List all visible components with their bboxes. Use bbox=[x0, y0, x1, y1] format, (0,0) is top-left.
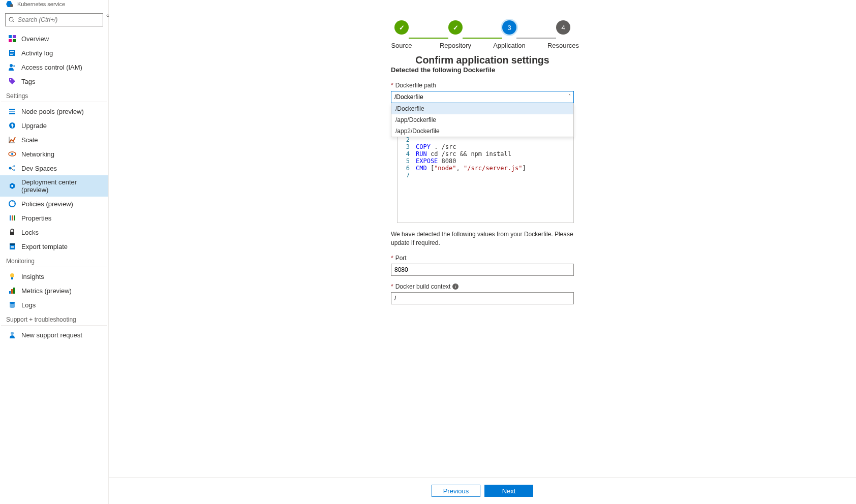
dockerfile-path-input[interactable] bbox=[391, 91, 574, 103]
svg-rect-38 bbox=[9, 291, 11, 294]
dropdown-option[interactable]: /Dockerfile bbox=[391, 103, 573, 114]
line-number: 5 bbox=[398, 158, 416, 165]
step-application[interactable]: 3Application bbox=[483, 20, 536, 49]
sidebar-item-metrics[interactable]: Metrics (preview) bbox=[0, 284, 108, 298]
dockerfile-path-combo[interactable]: ˄ /Dockerfile/app/Dockerfile/app2/Docker… bbox=[391, 91, 574, 103]
step-label: Resources bbox=[547, 42, 579, 49]
step-source[interactable]: Source bbox=[375, 20, 428, 49]
sidebar-item-overview[interactable]: Overview bbox=[0, 32, 108, 46]
step-connector bbox=[463, 38, 502, 39]
code-text: COPY . /src bbox=[416, 143, 456, 150]
sidebar-item-access-control[interactable]: Access control (IAM) bbox=[0, 60, 108, 74]
build-context-label: * Docker build context i bbox=[391, 283, 574, 290]
svg-rect-28 bbox=[10, 215, 11, 220]
sidebar-item-label: Export template bbox=[21, 243, 68, 250]
svg-point-13 bbox=[13, 65, 15, 67]
sidebar-item-export-template[interactable]: Export template bbox=[0, 239, 108, 254]
networking-icon bbox=[8, 150, 16, 158]
svg-rect-34 bbox=[11, 246, 14, 247]
nav-group-header: Monitoring bbox=[1, 254, 107, 267]
policies-icon bbox=[8, 200, 16, 208]
code-line: 7 bbox=[398, 172, 573, 179]
line-number: 4 bbox=[398, 150, 416, 158]
node-pools-icon bbox=[8, 107, 16, 115]
code-line: 4RUN cd /src && npm install bbox=[398, 150, 573, 158]
sidebar-item-scale[interactable]: Scale bbox=[0, 133, 108, 147]
sidebar-item-label: Scale bbox=[21, 136, 38, 144]
dockerfile-preview: 23COPY . /src4RUN cd /src && npm install… bbox=[397, 134, 574, 223]
sidebar-item-deployment-center[interactable]: Deployment center (preview) bbox=[0, 175, 108, 197]
previous-button[interactable]: Previous bbox=[432, 485, 480, 497]
export-template-icon bbox=[8, 242, 16, 250]
next-button[interactable]: Next bbox=[484, 485, 533, 497]
panel-title: Confirm application settings bbox=[415, 54, 549, 66]
sidebar-item-activity-log[interactable]: Activity log bbox=[0, 46, 108, 60]
logs-icon bbox=[8, 301, 16, 309]
sidebar-item-properties[interactable]: Properties bbox=[0, 211, 108, 225]
svg-line-3 bbox=[13, 21, 14, 22]
scale-icon bbox=[8, 136, 16, 144]
panel-subhead: Detected the following Dockerfile bbox=[391, 66, 574, 74]
step-label: Source bbox=[391, 42, 412, 49]
sidebar-item-label: Overview bbox=[21, 35, 49, 43]
port-input[interactable] bbox=[391, 264, 574, 276]
svg-rect-6 bbox=[9, 39, 12, 42]
required-marker: * bbox=[391, 82, 393, 89]
step-number: 4 bbox=[556, 20, 570, 35]
footer: Previous Next bbox=[109, 477, 856, 504]
dockerfile-path-label: * Dockerfile path bbox=[391, 82, 574, 89]
sidebar: « OverviewActivity logAccess control (IA… bbox=[0, 0, 109, 504]
info-icon[interactable]: i bbox=[452, 284, 458, 290]
svg-rect-29 bbox=[12, 215, 13, 220]
required-marker: * bbox=[391, 283, 393, 290]
sidebar-item-networking[interactable]: Networking bbox=[0, 147, 108, 161]
svg-rect-40 bbox=[13, 288, 15, 294]
sidebar-item-tags[interactable]: Tags bbox=[0, 74, 108, 88]
step-resources[interactable]: 4Resources bbox=[537, 20, 590, 49]
overview-icon bbox=[8, 35, 16, 43]
sidebar-item-label: Policies (preview) bbox=[21, 200, 73, 208]
sidebar-item-upgrade[interactable]: Upgrade bbox=[0, 118, 108, 133]
code-text: EXPOSE 8080 bbox=[416, 158, 456, 165]
sidebar-item-insights[interactable]: Insights bbox=[0, 269, 108, 284]
upgrade-icon bbox=[8, 121, 16, 130]
svg-point-43 bbox=[11, 332, 14, 335]
activity-log-icon bbox=[8, 49, 16, 57]
detection-info-text: We have detected the following values fr… bbox=[391, 230, 574, 247]
svg-rect-17 bbox=[9, 113, 15, 114]
step-label: Application bbox=[493, 42, 526, 49]
line-number: 3 bbox=[398, 143, 416, 150]
stepper: SourceRepository3Application4Resources bbox=[375, 20, 590, 49]
sidebar-item-label: Metrics (preview) bbox=[21, 287, 72, 295]
locks-icon bbox=[8, 228, 16, 236]
deployment-center-icon bbox=[8, 182, 16, 190]
step-connector bbox=[409, 38, 448, 39]
sidebar-item-node-pools[interactable]: Node pools (preview) bbox=[0, 104, 108, 118]
main-content: SourceRepository3Application4Resources C… bbox=[109, 0, 856, 504]
step-label: Repository bbox=[440, 42, 471, 49]
sidebar-item-policies[interactable]: Policies (preview) bbox=[0, 197, 108, 211]
dropdown-option[interactable]: /app2/Dockerfile bbox=[391, 125, 573, 137]
dropdown-option[interactable]: /app/Dockerfile bbox=[391, 114, 573, 125]
svg-rect-39 bbox=[11, 289, 13, 294]
search-input[interactable] bbox=[18, 16, 100, 23]
build-context-input[interactable] bbox=[391, 292, 574, 304]
sidebar-item-locks[interactable]: Locks bbox=[0, 225, 108, 239]
svg-rect-35 bbox=[11, 247, 14, 248]
sidebar-item-support[interactable]: New support request bbox=[0, 328, 108, 342]
svg-line-24 bbox=[11, 166, 13, 168]
svg-point-26 bbox=[11, 185, 13, 187]
step-repository[interactable]: Repository bbox=[429, 20, 482, 49]
sidebar-item-logs[interactable]: Logs bbox=[0, 298, 108, 312]
search-input-container[interactable] bbox=[5, 13, 103, 26]
code-line: 2 bbox=[398, 136, 573, 143]
metrics-icon bbox=[8, 287, 16, 295]
sidebar-item-dev-spaces[interactable]: Dev Spaces bbox=[0, 161, 108, 175]
svg-rect-10 bbox=[10, 53, 14, 53]
sidebar-item-label: Locks bbox=[21, 229, 39, 236]
code-line: 3COPY . /src bbox=[398, 143, 573, 150]
properties-icon bbox=[8, 214, 16, 222]
sidebar-item-label: Activity log bbox=[21, 49, 53, 57]
svg-line-25 bbox=[11, 168, 13, 170]
svg-rect-15 bbox=[9, 109, 15, 110]
